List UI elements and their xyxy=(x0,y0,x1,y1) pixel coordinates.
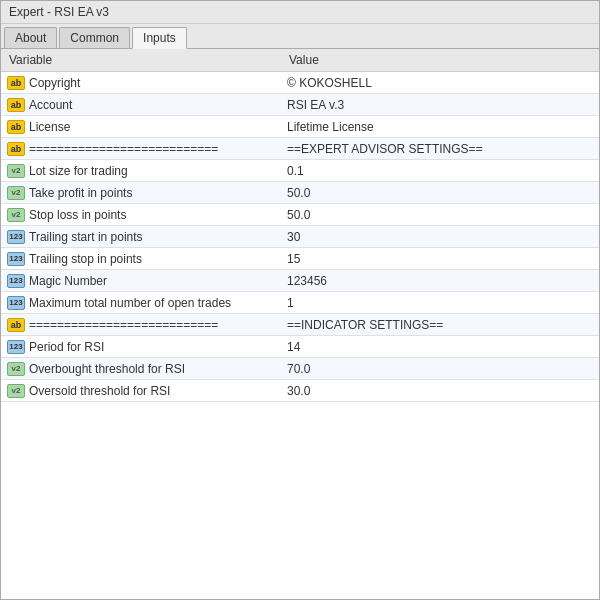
value-cell: Lifetime License xyxy=(281,116,599,137)
header-variable: Variable xyxy=(1,49,281,71)
icon-v2: v2 xyxy=(7,208,25,222)
table-row: v2Take profit in points50.0 xyxy=(1,182,599,204)
value-cell: 30.0 xyxy=(281,380,599,401)
variable-cell: 123Magic Number xyxy=(1,270,281,291)
table-row: ab=============================EXPERT AD… xyxy=(1,138,599,160)
table-row: ab=============================INDICATOR… xyxy=(1,314,599,336)
variable-cell: ab=========================== xyxy=(1,314,281,335)
variable-cell: v2Take profit in points xyxy=(1,182,281,203)
value-cell: 1 xyxy=(281,292,599,313)
table-row: v2Stop loss in points50.0 xyxy=(1,204,599,226)
variable-text: Period for RSI xyxy=(29,340,104,354)
table-row: abCopyright© KOKOSHELL xyxy=(1,72,599,94)
table-row: abLicenseLifetime License xyxy=(1,116,599,138)
icon-123: 123 xyxy=(7,252,25,266)
value-cell: ==INDICATOR SETTINGS== xyxy=(281,314,599,335)
icon-ab: ab xyxy=(7,98,25,112)
variable-text: License xyxy=(29,120,70,134)
content-area: Variable Value abCopyright© KOKOSHELLabA… xyxy=(1,49,599,599)
table-row: v2Lot size for trading0.1 xyxy=(1,160,599,182)
tab-inputs[interactable]: Inputs xyxy=(132,27,187,49)
table-row: abAccountRSI EA v.3 xyxy=(1,94,599,116)
variable-cell: abAccount xyxy=(1,94,281,115)
table-row: 123Period for RSI14 xyxy=(1,336,599,358)
icon-v2: v2 xyxy=(7,384,25,398)
variable-cell: v2Oversold threshold for RSI xyxy=(1,380,281,401)
value-cell: RSI EA v.3 xyxy=(281,94,599,115)
icon-v2: v2 xyxy=(7,186,25,200)
value-cell: 15 xyxy=(281,248,599,269)
table-row: 123Trailing start in points30 xyxy=(1,226,599,248)
variable-text: Maximum total number of open trades xyxy=(29,296,231,310)
variable-text: Stop loss in points xyxy=(29,208,126,222)
variable-text: Oversold threshold for RSI xyxy=(29,384,170,398)
table-row: 123Magic Number123456 xyxy=(1,270,599,292)
value-cell: 50.0 xyxy=(281,182,599,203)
icon-123: 123 xyxy=(7,274,25,288)
variable-text: Trailing start in points xyxy=(29,230,143,244)
variable-text: Copyright xyxy=(29,76,80,90)
tab-about[interactable]: About xyxy=(4,27,57,48)
variable-text: =========================== xyxy=(29,318,218,332)
icon-123: 123 xyxy=(7,340,25,354)
value-cell: 123456 xyxy=(281,270,599,291)
variable-cell: v2Overbought threshold for RSI xyxy=(1,358,281,379)
window-title: Expert - RSI EA v3 xyxy=(9,5,109,19)
value-cell: ==EXPERT ADVISOR SETTINGS== xyxy=(281,138,599,159)
value-cell: © KOKOSHELL xyxy=(281,72,599,93)
title-bar: Expert - RSI EA v3 xyxy=(1,1,599,24)
variable-text: Lot size for trading xyxy=(29,164,128,178)
variable-cell: v2Lot size for trading xyxy=(1,160,281,181)
value-cell: 30 xyxy=(281,226,599,247)
tab-common[interactable]: Common xyxy=(59,27,130,48)
variable-cell: abLicense xyxy=(1,116,281,137)
variable-text: Magic Number xyxy=(29,274,107,288)
tab-bar: AboutCommonInputs xyxy=(1,24,599,49)
icon-ab: ab xyxy=(7,318,25,332)
table-row: 123Maximum total number of open trades1 xyxy=(1,292,599,314)
variable-cell: 123Maximum total number of open trades xyxy=(1,292,281,313)
variable-cell: ab=========================== xyxy=(1,138,281,159)
variable-text: Take profit in points xyxy=(29,186,132,200)
table-header: Variable Value xyxy=(1,49,599,72)
value-cell: 0.1 xyxy=(281,160,599,181)
icon-123: 123 xyxy=(7,296,25,310)
variable-cell: abCopyright xyxy=(1,72,281,93)
header-value: Value xyxy=(281,49,599,71)
icon-ab: ab xyxy=(7,142,25,156)
variable-cell: 123Period for RSI xyxy=(1,336,281,357)
value-cell: 50.0 xyxy=(281,204,599,225)
value-cell: 70.0 xyxy=(281,358,599,379)
variable-cell: 123Trailing stop in points xyxy=(1,248,281,269)
icon-v2: v2 xyxy=(7,362,25,376)
variable-text: =========================== xyxy=(29,142,218,156)
variable-cell: v2Stop loss in points xyxy=(1,204,281,225)
value-cell: 14 xyxy=(281,336,599,357)
table-row: 123Trailing stop in points15 xyxy=(1,248,599,270)
table-row: v2Overbought threshold for RSI70.0 xyxy=(1,358,599,380)
variable-cell: 123Trailing start in points xyxy=(1,226,281,247)
variable-text: Account xyxy=(29,98,72,112)
icon-v2: v2 xyxy=(7,164,25,178)
variable-text: Overbought threshold for RSI xyxy=(29,362,185,376)
icon-123: 123 xyxy=(7,230,25,244)
icon-ab: ab xyxy=(7,76,25,90)
table-body: abCopyright© KOKOSHELLabAccountRSI EA v.… xyxy=(1,72,599,402)
expert-window: Expert - RSI EA v3 AboutCommonInputs Var… xyxy=(0,0,600,600)
table-row: v2Oversold threshold for RSI30.0 xyxy=(1,380,599,402)
icon-ab: ab xyxy=(7,120,25,134)
variable-text: Trailing stop in points xyxy=(29,252,142,266)
